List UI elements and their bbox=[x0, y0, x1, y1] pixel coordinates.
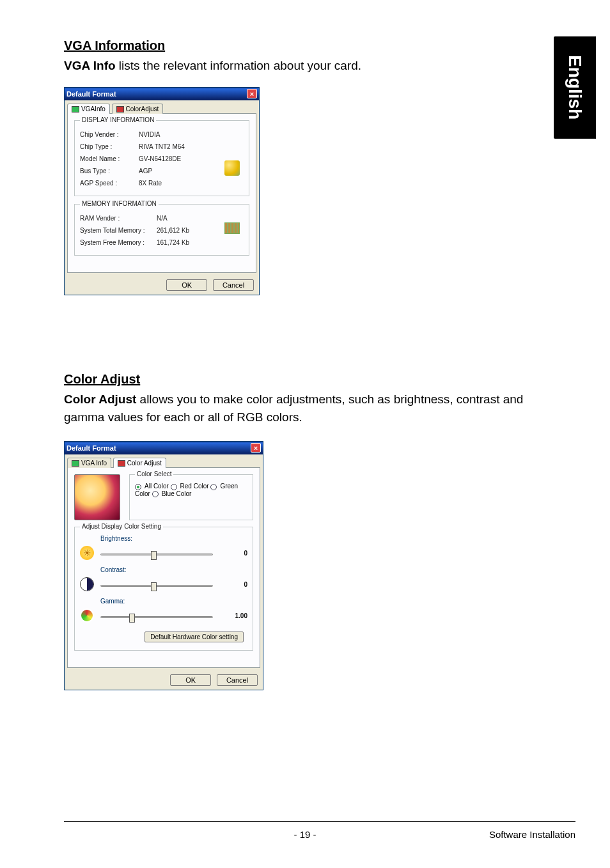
radio-red-color[interactable]: Red Color bbox=[171, 483, 209, 490]
ram-icon bbox=[224, 222, 240, 234]
default-hw-row: Default Hardware Color setting bbox=[80, 629, 247, 644]
tabs-row: VGA Info Color Adjust bbox=[65, 454, 263, 467]
kv-key: System Total Memory : bbox=[80, 224, 157, 236]
ok-button[interactable]: OK bbox=[170, 674, 211, 686]
tab-icon bbox=[72, 106, 79, 112]
slider-thumb[interactable] bbox=[151, 551, 157, 560]
tab-label: VGA Info bbox=[81, 460, 107, 467]
dialog-title: Default Format bbox=[66, 90, 247, 98]
tab-vga-info[interactable]: VGAInfo bbox=[67, 104, 110, 114]
kv-row: System Free Memory :161,724 Kb bbox=[80, 236, 244, 249]
radio-blue-color[interactable]: Blue Color bbox=[152, 490, 192, 497]
close-icon[interactable]: × bbox=[251, 443, 261, 453]
kv-val: GV-N64128DE bbox=[139, 153, 181, 165]
kv-key: Chip Vender : bbox=[80, 128, 139, 141]
lead-bold-vga: VGA Info bbox=[64, 59, 116, 72]
slider-thumb[interactable] bbox=[129, 614, 135, 623]
language-tab: English bbox=[554, 36, 596, 139]
footer-rule bbox=[64, 821, 575, 822]
display-info-group: DISPLAY INFORMATION Chip Vender :NVIDIA … bbox=[74, 120, 249, 196]
section-lead-color: Color Adjust allows you to make color ad… bbox=[64, 391, 550, 427]
tab-color-adjust[interactable]: ColorAdjust bbox=[112, 104, 164, 114]
language-tab-label: English bbox=[565, 55, 585, 120]
footer-section: Software Installation bbox=[489, 829, 575, 840]
tab-icon bbox=[116, 106, 124, 112]
kv-row: Chip Type :RIVA TNT2 M64 bbox=[80, 141, 244, 153]
close-icon[interactable]: × bbox=[247, 89, 257, 98]
preview-image bbox=[74, 474, 120, 520]
radio-label: Blue Color bbox=[162, 490, 192, 497]
slider-thumb[interactable] bbox=[151, 582, 157, 591]
default-hw-button[interactable]: Default Hardware Color setting bbox=[145, 632, 244, 642]
lead-rest-vga: lists the relevant information about you… bbox=[116, 59, 361, 72]
kv-key: Bus Type : bbox=[80, 165, 139, 177]
kv-row: AGP Speed :8X Rate bbox=[80, 177, 244, 189]
radio-icon bbox=[152, 491, 159, 497]
tab-color-adjust[interactable]: Color Adjust bbox=[113, 458, 166, 468]
brightness-icon: ☀ bbox=[80, 546, 94, 560]
kv-val: 8X Rate bbox=[139, 177, 162, 189]
section-heading-vga: VGA Information bbox=[64, 38, 550, 53]
dialog-button-row: OK Cancel bbox=[65, 275, 259, 295]
tab-icon bbox=[118, 460, 125, 467]
slider-label-gamma: Gamma: bbox=[100, 598, 247, 605]
gamma-slider[interactable] bbox=[100, 614, 213, 618]
brightness-value: 0 bbox=[222, 550, 247, 557]
kv-key: RAM Vender : bbox=[80, 212, 157, 224]
tab-label: VGAInfo bbox=[81, 105, 106, 112]
cancel-button[interactable]: Cancel bbox=[213, 279, 254, 291]
section-heading-color: Color Adjust bbox=[64, 372, 550, 387]
slider-label-brightness: Brightness: bbox=[100, 535, 247, 542]
kv-key: System Free Memory : bbox=[80, 236, 157, 249]
brightness-slider[interactable] bbox=[100, 551, 213, 555]
dialog-titlebar: Default Format × bbox=[65, 88, 259, 100]
kv-key: Model Name : bbox=[80, 153, 139, 165]
contrast-value: 0 bbox=[222, 581, 247, 588]
kv-key: AGP Speed : bbox=[80, 177, 139, 189]
radio-icon bbox=[171, 484, 177, 490]
color-adjust-dialog: Default Format × VGA Info Color Adjust C… bbox=[64, 441, 263, 690]
slider-row-contrast: 0 bbox=[80, 577, 247, 591]
adjust-display-group: Adjust Display Color Setting Brightness:… bbox=[74, 527, 253, 651]
tab-label: Color Adjust bbox=[127, 460, 162, 467]
gamma-icon bbox=[80, 608, 94, 623]
tab-panel: Color Select All Color Red Color Green C… bbox=[67, 467, 260, 668]
ok-button[interactable]: OK bbox=[166, 279, 207, 291]
slider-row-gamma: 1.00 bbox=[80, 608, 247, 623]
kv-val: NVIDIA bbox=[139, 128, 160, 141]
kv-val: N/A bbox=[157, 212, 168, 224]
kv-val: 161,724 Kb bbox=[157, 236, 189, 249]
radio-label: Red Color bbox=[180, 483, 209, 490]
group-legend: Color Select bbox=[135, 470, 173, 477]
kv-row: Chip Vender :NVIDIA bbox=[80, 128, 244, 141]
radio-all-color[interactable]: All Color bbox=[135, 483, 169, 490]
tab-panel: DISPLAY INFORMATION Chip Vender :NVIDIA … bbox=[67, 113, 256, 273]
kv-row: System Total Memory :261,612 Kb bbox=[80, 224, 244, 236]
kv-row: Model Name :GV-N64128DE bbox=[80, 153, 244, 165]
tabs-row: VGAInfo ColorAdjust bbox=[65, 100, 259, 113]
slider-row-brightness: ☀ 0 bbox=[80, 546, 247, 560]
memory-info-group: MEMORY INFORMATION RAM Vender :N/A Syste… bbox=[74, 204, 249, 256]
radio-label: All Color bbox=[145, 483, 169, 490]
dialog-titlebar: Default Format × bbox=[65, 442, 263, 454]
vga-info-dialog: Default Format × VGAInfo ColorAdjust DIS… bbox=[64, 87, 260, 295]
radio-icon bbox=[135, 484, 141, 490]
section-lead-vga: VGA Info lists the relevant information … bbox=[64, 57, 550, 75]
dialog-title: Default Format bbox=[66, 444, 251, 452]
dialog-button-row: OK Cancel bbox=[65, 670, 263, 690]
tab-vga-info[interactable]: VGA Info bbox=[67, 458, 111, 468]
tab-icon bbox=[72, 460, 79, 467]
kv-row: Bus Type :AGP bbox=[80, 165, 244, 177]
group-legend: DISPLAY INFORMATION bbox=[80, 116, 156, 123]
kv-key: Chip Type : bbox=[80, 141, 139, 153]
radio-icon bbox=[210, 484, 217, 490]
kv-val: RIVA TNT2 M64 bbox=[139, 141, 185, 153]
cancel-button[interactable]: Cancel bbox=[217, 674, 258, 686]
contrast-icon bbox=[80, 577, 94, 591]
color-select-group: Color Select All Color Red Color Green C… bbox=[129, 474, 253, 520]
group-legend: MEMORY INFORMATION bbox=[80, 200, 159, 207]
kv-val: AGP bbox=[139, 165, 152, 177]
gamma-value: 1.00 bbox=[222, 612, 247, 619]
chip-icon bbox=[224, 160, 240, 176]
contrast-slider[interactable] bbox=[100, 582, 213, 587]
